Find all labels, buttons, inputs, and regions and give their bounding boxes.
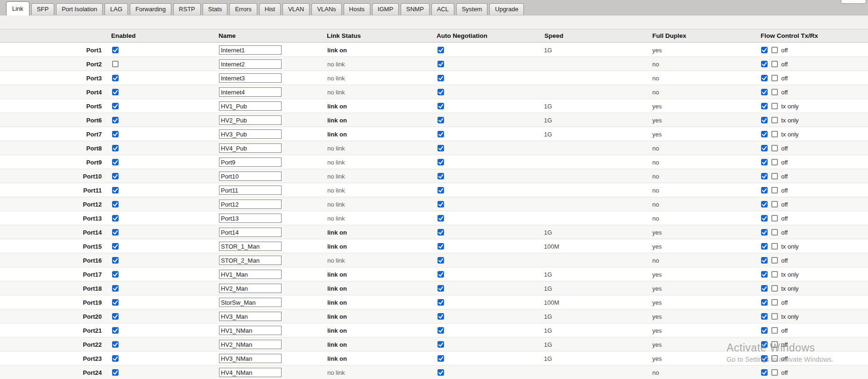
port-name-input[interactable] <box>219 270 282 279</box>
flow-control-rx-checkbox[interactable] <box>771 131 778 137</box>
tab-lag[interactable]: LAG <box>105 3 128 15</box>
tab-port-isolation[interactable]: Port Isolation <box>56 3 103 15</box>
auto-negotiation-checkbox[interactable] <box>438 117 444 123</box>
enabled-checkbox[interactable] <box>112 145 119 151</box>
enabled-checkbox[interactable] <box>112 355 119 362</box>
auto-negotiation-checkbox[interactable] <box>438 187 444 193</box>
flow-control-tx-checkbox[interactable] <box>761 327 768 334</box>
enabled-checkbox[interactable] <box>112 89 119 95</box>
auto-negotiation-checkbox[interactable] <box>438 103 444 109</box>
flow-control-tx-checkbox[interactable] <box>761 187 768 193</box>
flow-control-tx-checkbox[interactable] <box>761 201 768 207</box>
enabled-checkbox[interactable] <box>112 215 119 222</box>
flow-control-rx-checkbox[interactable] <box>771 299 778 306</box>
port-name-input[interactable] <box>219 214 282 223</box>
auto-negotiation-checkbox[interactable] <box>438 131 444 137</box>
enabled-checkbox[interactable] <box>112 369 119 376</box>
auto-negotiation-checkbox[interactable] <box>438 257 444 264</box>
tab-snmp[interactable]: SNMP <box>401 3 430 15</box>
port-name-input[interactable] <box>219 340 282 349</box>
enabled-checkbox[interactable] <box>112 313 119 320</box>
port-name-input[interactable] <box>219 256 282 265</box>
tab-system[interactable]: System <box>456 3 487 15</box>
flow-control-rx-checkbox[interactable] <box>771 327 778 334</box>
flow-control-rx-checkbox[interactable] <box>771 215 778 222</box>
port-name-input[interactable] <box>219 354 282 363</box>
port-name-input[interactable] <box>219 326 282 335</box>
port-name-input[interactable] <box>219 101 282 111</box>
port-name-input[interactable] <box>219 143 282 153</box>
flow-control-tx-checkbox[interactable] <box>761 47 768 53</box>
flow-control-rx-checkbox[interactable] <box>771 159 778 165</box>
enabled-checkbox[interactable] <box>112 103 119 109</box>
port-name-input[interactable] <box>219 312 282 321</box>
enabled-checkbox[interactable] <box>112 327 119 334</box>
flow-control-rx-checkbox[interactable] <box>771 201 778 207</box>
auto-negotiation-checkbox[interactable] <box>438 341 444 348</box>
enabled-checkbox[interactable] <box>112 131 119 137</box>
enabled-checkbox[interactable] <box>112 187 119 193</box>
enabled-checkbox[interactable] <box>112 229 119 236</box>
flow-control-rx-checkbox[interactable] <box>771 103 778 109</box>
flow-control-rx-checkbox[interactable] <box>771 313 778 320</box>
flow-control-rx-checkbox[interactable] <box>771 341 778 348</box>
enabled-checkbox[interactable] <box>112 173 119 179</box>
flow-control-tx-checkbox[interactable] <box>761 145 768 151</box>
tab-sfp[interactable]: SFP <box>31 3 54 15</box>
tab-link[interactable]: Link <box>6 1 29 15</box>
auto-negotiation-checkbox[interactable] <box>438 89 444 95</box>
flow-control-rx-checkbox[interactable] <box>771 243 778 250</box>
auto-negotiation-checkbox[interactable] <box>438 271 444 278</box>
auto-negotiation-checkbox[interactable] <box>438 75 444 81</box>
enabled-checkbox[interactable] <box>112 299 119 306</box>
flow-control-tx-checkbox[interactable] <box>761 215 768 222</box>
auto-negotiation-checkbox[interactable] <box>438 47 444 53</box>
flow-control-rx-checkbox[interactable] <box>771 145 778 151</box>
flow-control-tx-checkbox[interactable] <box>761 75 768 81</box>
tab-stats[interactable]: Stats <box>203 3 228 15</box>
auto-negotiation-checkbox[interactable] <box>438 243 444 250</box>
auto-negotiation-checkbox[interactable] <box>438 201 444 207</box>
flow-control-rx-checkbox[interactable] <box>771 75 778 81</box>
flow-control-tx-checkbox[interactable] <box>761 369 768 376</box>
port-name-input[interactable] <box>219 368 282 377</box>
flow-control-tx-checkbox[interactable] <box>761 159 768 165</box>
tab-upgrade[interactable]: Upgrade <box>489 3 524 15</box>
flow-control-rx-checkbox[interactable] <box>771 173 778 179</box>
flow-control-tx-checkbox[interactable] <box>761 299 768 306</box>
flow-control-rx-checkbox[interactable] <box>771 369 778 376</box>
flow-control-tx-checkbox[interactable] <box>761 355 768 362</box>
tab-acl[interactable]: ACL <box>431 3 454 15</box>
flow-control-rx-checkbox[interactable] <box>771 61 778 67</box>
port-name-input[interactable] <box>219 298 282 307</box>
flow-control-tx-checkbox[interactable] <box>761 61 768 67</box>
port-name-input[interactable] <box>219 242 282 251</box>
port-name-input[interactable] <box>219 59 282 69</box>
enabled-checkbox[interactable] <box>112 47 119 53</box>
enabled-checkbox[interactable] <box>112 271 119 278</box>
flow-control-rx-checkbox[interactable] <box>771 89 778 95</box>
auto-negotiation-checkbox[interactable] <box>438 145 444 151</box>
tab-rstp[interactable]: RSTP <box>173 3 201 15</box>
tab-forwarding[interactable]: Forwarding <box>130 3 171 15</box>
flow-control-rx-checkbox[interactable] <box>771 285 778 292</box>
flow-control-tx-checkbox[interactable] <box>761 271 768 278</box>
enabled-checkbox[interactable] <box>112 61 119 67</box>
flow-control-tx-checkbox[interactable] <box>761 103 768 109</box>
flow-control-tx-checkbox[interactable] <box>761 243 768 250</box>
tab-vlans[interactable]: VLANs <box>311 3 341 15</box>
tab-errors[interactable]: Errors <box>229 3 257 15</box>
auto-negotiation-checkbox[interactable] <box>438 327 444 334</box>
flow-control-rx-checkbox[interactable] <box>771 187 778 193</box>
auto-negotiation-checkbox[interactable] <box>438 355 444 362</box>
enabled-checkbox[interactable] <box>112 117 119 123</box>
flow-control-rx-checkbox[interactable] <box>771 355 778 362</box>
tab-hosts[interactable]: Hosts <box>344 3 370 15</box>
port-name-input[interactable] <box>219 87 282 97</box>
port-name-input[interactable] <box>219 200 282 209</box>
auto-negotiation-checkbox[interactable] <box>438 229 444 236</box>
flow-control-tx-checkbox[interactable] <box>761 89 768 95</box>
port-name-input[interactable] <box>219 228 282 237</box>
enabled-checkbox[interactable] <box>112 75 119 81</box>
auto-negotiation-checkbox[interactable] <box>438 299 444 306</box>
